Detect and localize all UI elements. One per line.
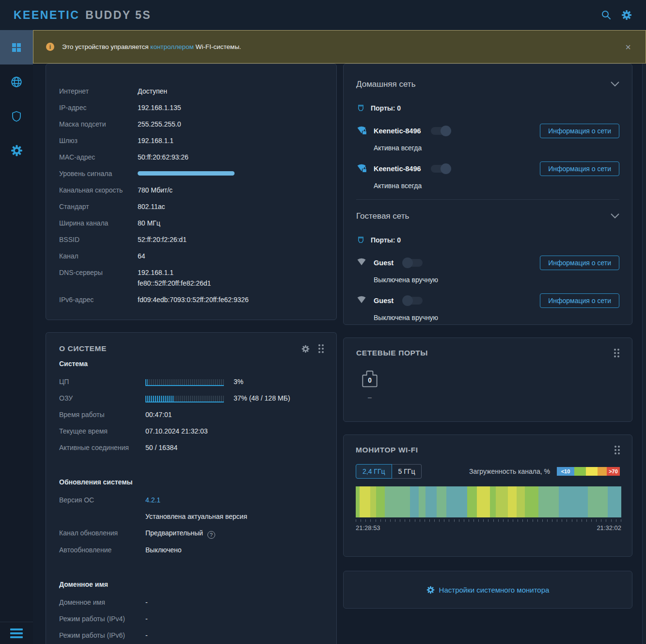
controller-banner: i Это устройство управляется контроллеро… bbox=[33, 30, 646, 64]
spacer bbox=[59, 459, 324, 471]
drag-handle-icon[interactable] bbox=[614, 349, 619, 357]
info-row: BSSID52:ff:20:f2:26:d1 bbox=[59, 234, 324, 245]
row-value: 07.10.2024 21:32:03 bbox=[145, 426, 207, 436]
dashboard-icon bbox=[11, 42, 22, 53]
search-icon[interactable] bbox=[600, 9, 612, 21]
heatmap-stripe bbox=[385, 486, 410, 517]
row-value: 00:47:01 bbox=[145, 409, 172, 420]
heatmap-stripe bbox=[419, 486, 425, 517]
info-row: Доменное имя- bbox=[59, 597, 324, 608]
heatmap-stripe bbox=[559, 486, 588, 517]
row-value bbox=[138, 168, 235, 176]
axis-end-time: 21:32:02 bbox=[597, 524, 621, 531]
ethernet-port-icon: 0 bbox=[359, 367, 380, 388]
legend-color-scale: <10>70 bbox=[557, 467, 620, 476]
monitor-settings-card[interactable]: Настройки системного монитора bbox=[343, 571, 632, 609]
heatmap-stripe bbox=[477, 486, 490, 517]
network-name: Keenetic-8496 bbox=[374, 127, 421, 135]
usage-meter bbox=[145, 396, 224, 402]
info-row: Канальная скорость780 Мбит/с bbox=[59, 185, 324, 195]
scrollbar[interactable] bbox=[642, 30, 646, 644]
sidebar-item-security[interactable] bbox=[0, 99, 33, 133]
row-label: Маска подсети bbox=[59, 119, 138, 129]
network-info-button[interactable]: Информация о сети bbox=[540, 124, 619, 138]
row-label: Режим работы (IPv4) bbox=[59, 613, 145, 624]
network-toggle[interactable] bbox=[431, 127, 450, 135]
row-label: Режим работы (IPv6) bbox=[59, 630, 145, 641]
row-value: Предварительный? bbox=[145, 528, 215, 539]
row-value: - bbox=[145, 613, 148, 624]
version-link[interactable]: 4.2.1 bbox=[145, 496, 160, 504]
row-label: Канал обновления bbox=[59, 528, 145, 538]
sidebar-item-settings[interactable] bbox=[0, 133, 33, 168]
menu-icon[interactable] bbox=[10, 628, 23, 638]
globe-icon bbox=[10, 76, 23, 88]
row-label: Ширина канала bbox=[59, 218, 138, 228]
chevron-down-icon[interactable] bbox=[611, 211, 619, 221]
guest-network-items: GuestИнформация о сетиВыключена вручнуюG… bbox=[356, 256, 619, 324]
gear-icon[interactable] bbox=[621, 9, 632, 21]
info-row: MAC-адрес50:ff:20:62:93:26 bbox=[59, 152, 324, 162]
close-icon[interactable]: × bbox=[623, 40, 633, 54]
brand-logo: KEENETIC bbox=[14, 9, 79, 22]
widget-gear-icon[interactable] bbox=[301, 345, 310, 353]
row-value: - bbox=[145, 630, 148, 641]
sidebar-item-internet[interactable] bbox=[0, 64, 33, 99]
row-value: Выключено bbox=[145, 545, 182, 555]
heatmap-stripe bbox=[467, 486, 477, 517]
tab-5-ghz[interactable]: 5 ГГц bbox=[392, 464, 422, 479]
help-icon[interactable]: ? bbox=[207, 531, 215, 539]
sidebar-item-dashboard[interactable] bbox=[0, 30, 33, 64]
heatmap-stripe bbox=[410, 486, 419, 517]
spacer bbox=[59, 561, 324, 574]
row-label: IPv6-адрес bbox=[59, 294, 138, 305]
wifi-monitor-title: МОНИТОР WI-FI bbox=[356, 446, 418, 454]
network-toggle[interactable] bbox=[403, 297, 423, 305]
info-row: Время работы00:47:01 bbox=[59, 409, 324, 420]
row-label: Доменное имя bbox=[59, 597, 145, 608]
drag-handle-icon[interactable] bbox=[318, 344, 324, 353]
svg-text:0: 0 bbox=[368, 377, 372, 384]
row-value: fd09:4edb:7093:0:52ff:20ff:fe62:9326 bbox=[138, 294, 249, 305]
row-label: Версия ОС bbox=[59, 495, 145, 505]
legend-label: Загруженность канала, % bbox=[469, 467, 550, 475]
row-value: Установлена актуальная версия bbox=[145, 511, 247, 522]
info-row: Активные соединения50 / 16384 bbox=[59, 442, 324, 453]
row-value: 4.2.1 bbox=[145, 495, 160, 505]
ports-card-title: СЕТЕВЫЕ ПОРТЫ bbox=[356, 349, 428, 357]
chevron-down-icon[interactable] bbox=[611, 80, 619, 89]
divider bbox=[356, 199, 619, 200]
row-label: Текущее время bbox=[59, 426, 145, 436]
row-value: 50:ff:20:62:93:26 bbox=[138, 152, 189, 162]
band-tabs: 2,4 ГГц 5 ГГц bbox=[356, 464, 422, 479]
drag-handle-icon[interactable] bbox=[614, 446, 620, 454]
wifi-lock-icon bbox=[356, 162, 368, 175]
row-value: 37% (48 / 128 МБ) bbox=[145, 393, 290, 403]
info-icon: i bbox=[46, 43, 54, 51]
info-row: Канал64 bbox=[59, 251, 324, 261]
usage-text: 3% bbox=[234, 376, 243, 387]
heatmap-stripe bbox=[538, 486, 559, 517]
time-axis-labels: 21:28:53 21:32:02 bbox=[356, 524, 621, 531]
info-row: АвтообновлениеВыключено bbox=[59, 545, 324, 555]
info-row: Маска подсети255.255.255.0 bbox=[59, 119, 324, 129]
heatmap-stripe bbox=[425, 486, 437, 517]
heatmap-stripe bbox=[588, 486, 608, 517]
network-status: Активна всегда bbox=[374, 182, 619, 190]
topbar: KEENETIC BUDDY 5S bbox=[0, 0, 646, 30]
tab-2-4-ghz[interactable]: 2,4 ГГц bbox=[356, 464, 392, 479]
info-row: ИнтернетДоступен bbox=[59, 86, 324, 97]
axis-start-time: 21:28:53 bbox=[356, 524, 380, 531]
network-toggle[interactable] bbox=[431, 165, 450, 173]
controller-link[interactable]: контроллером bbox=[150, 43, 193, 50]
row-value: 255.255.255.0 bbox=[138, 119, 181, 129]
network-info-button[interactable]: Информация о сети bbox=[540, 256, 619, 270]
guest-ports-row: Порты: 0 bbox=[357, 236, 619, 244]
monitor-settings-link[interactable]: Настройки системного монитора bbox=[439, 586, 550, 594]
network-info-button[interactable]: Информация о сети bbox=[540, 293, 619, 308]
network-toggle[interactable] bbox=[403, 259, 423, 267]
network-info-button[interactable]: Информация о сети bbox=[540, 161, 619, 176]
heatmap-stripe bbox=[608, 486, 621, 517]
port-status: – bbox=[368, 393, 372, 401]
wifi-monitor-card: МОНИТОР WI-FI 2,4 ГГц 5 ГГц Загруженност… bbox=[343, 435, 632, 557]
